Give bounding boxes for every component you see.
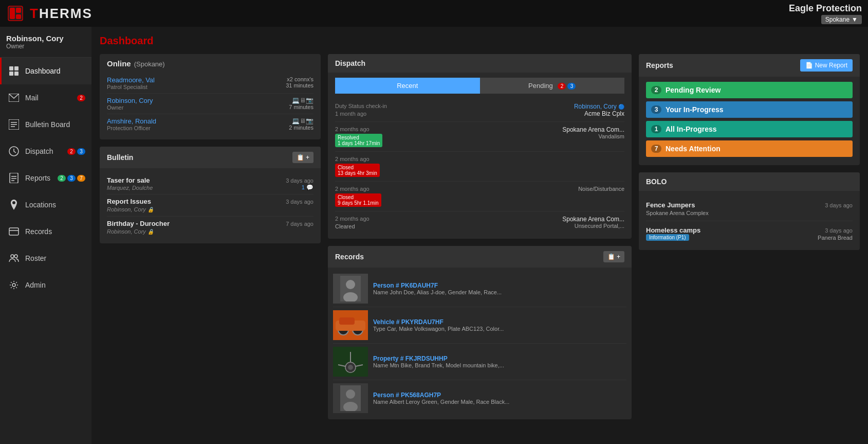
bolo-header: BOLO [639,172,860,191]
bolo-item-2-location: Panera Bread [818,235,853,241]
dispatch-tab-pending[interactable]: Pending 2 3 [480,78,625,94]
record-item-2[interactable]: Vehicle # PKYRDAU7HF Type Car, Make Volk… [333,307,626,344]
mail-badges: 2 [77,95,85,101]
record-item-3[interactable]: Property # FKJRDSUHHP Name Mtn Bike, Bra… [333,344,626,380]
reports-card: Reports 📄 New Report 2 Pending Review 3 [639,54,860,165]
record-item-1[interactable]: Person # PK6DAUH7F Name John Doe, Alias … [333,271,626,307]
bulletin-item-3-author: Robinson, Cory 🔒 [107,228,154,235]
sidebar-item-roster[interactable]: Roster [0,245,91,272]
report-item-needs-attention[interactable]: 7 Needs Attention [646,140,853,157]
content-area: Dashboard Online (Spokane) Readmoore, Va… [91,27,868,444]
bulletin-item-3[interactable]: Birthday - Durocher 7 days ago Robinson,… [107,217,313,238]
record-item-4-info: Person # PK568AGH7P Name Albert Leroy Gr… [373,383,509,413]
records-header: Records 📋 + [328,246,632,268]
logo: THERMS [6,4,93,23]
bulletin-item-3-title: Birthday - Durocher [107,220,170,227]
bulletin-item-1[interactable]: Taser for sale 3 days ago Marquez, Doulc… [107,173,313,194]
bulletin-item-1-meta: Taser for sale 3 days ago [107,176,313,184]
sidebar-item-dashboard[interactable]: Dashboard [0,58,91,84]
company-section: Eagle Protection Spokane ▼ [789,3,862,24]
dispatch-badge-red: 2 [67,148,76,155]
report-pending-review-label: Pending Review [666,86,721,94]
dispatch-item-4-type: Noise/Disturbance [578,186,624,192]
bulletin-item-2-time: 3 days ago [286,199,313,205]
sidebar-item-dispatch[interactable]: Dispatch 2 3 [0,138,91,165]
online-user-1-name[interactable]: Readmoore, Val [107,76,155,84]
bolo-item-1[interactable]: Fence Jumpers 3 days ago Spokane Arena C… [646,196,853,221]
dispatch-item-1-location: Acme Biz Cplx [574,110,624,117]
sidebar-item-locations[interactable]: Locations [0,191,91,218]
svg-rect-19 [9,228,19,235]
bulletin-add-button[interactable]: 📋 + [292,152,313,163]
sidebar-item-bulletin[interactable]: Bulletin Board [0,111,91,138]
online-user-1-right: x2 connx's 31 minutes [286,76,313,88]
record-item-4[interactable]: Person # PK568AGH7P Name Albert Leroy Gr… [333,380,626,416]
svg-point-21 [11,255,14,258]
dispatch-item-5[interactable]: 2 months ago Cleared Spokane Arena Com..… [335,211,624,234]
report-item-pending-review[interactable]: 2 Pending Review [646,82,853,98]
dispatch-item-3[interactable]: 2 months ago Closed13 days 4hr 3min [335,152,624,182]
online-user-3-role: Protection Officer [107,125,156,131]
record-img-2 [333,310,368,340]
dispatch-item-4-right: Noise/Disturbance [578,186,624,192]
locations-label: Locations [25,201,56,209]
svg-point-34 [348,365,353,370]
online-user-1-time: 31 minutes [286,82,313,88]
mail-badge-count: 2 [77,95,85,101]
dispatch-item-1-right: Robinson, Cory 🔵 Acme Biz Cplx [574,103,624,117]
dispatch-item-4[interactable]: 2 months ago Closed9 days 5hr 1.1min Noi… [335,182,624,211]
records-icon [8,225,20,238]
online-user-3-right: 💻🖥📷 2 minutes [289,117,313,131]
reports-header: Reports 📄 New Report [639,54,860,77]
online-user-1-role: Patrol Specialist [107,84,155,90]
report-in-progress-badge: 3 [651,105,661,114]
dispatch-tab-recent[interactable]: Recent [335,78,480,94]
online-user-2-role: Owner [107,104,153,111]
location-text: Spokane [825,16,849,23]
bolo-item-1-location: Spokane Arena Complex [646,210,709,216]
online-user-3-name[interactable]: Amshire, Ronald [107,117,156,125]
bulletin-header: Bulletin 📋 + [100,147,321,168]
dispatch-item-2-location: Spokane Arena Com... [562,126,624,133]
records-add-button[interactable]: 📋 + [603,251,624,262]
online-location: (Spokane) [134,60,165,68]
dispatch-pending-badge-1: 2 [558,83,566,90]
record-item-2-info: Vehicle # PKYRDAU7HF Type Car, Make Volk… [373,310,504,340]
report-item-in-progress[interactable]: 3 Your In-Progress [646,101,853,118]
record-img-1 [333,274,368,304]
bolo-item-2[interactable]: Homeless camps 3 days ago Information (P… [646,221,853,245]
report-in-progress-label: Your In-Progress [666,105,724,114]
online-user-3-left: Amshire, Ronald Protection Officer [107,117,156,131]
sidebar-item-admin[interactable]: Admin [0,272,91,298]
report-all-in-progress-label: All In-Progress [666,125,717,133]
svg-point-22 [14,255,17,258]
online-user-2-name[interactable]: Robinson, Cory [107,97,153,104]
report-pending-review-badge: 2 [651,86,661,94]
dispatch-item-1-left: Duty Status check-in 1 month ago [335,103,387,117]
sidebar-item-reports[interactable]: Reports 2 3 7 [0,165,91,191]
top-bar: THERMS Eagle Protection Spokane ▼ [0,0,868,27]
report-item-all-in-progress[interactable]: 1 All In-Progress [646,121,853,137]
record-item-2-desc: Type Car, Make Volkswagon, Plate ABC123,… [373,326,504,332]
dispatch-tab-recent-label: Recent [397,82,418,90]
bulletin-item-1-comment: 1 💬 [302,184,313,191]
new-report-label: New Report [815,62,847,69]
bulletin-item-3-meta: Birthday - Durocher 7 days ago [107,220,313,227]
dispatch-item-1-label: Duty Status check-in [335,103,387,109]
dispatch-item-2[interactable]: 2 months ago Resolved1 days 14hr 17min S… [335,122,624,152]
records-body: Person # PK6DAUH7F Name John Doe, Alias … [328,268,632,419]
dispatch-title: Dispatch [335,59,365,67]
online-user-1-connx: x2 connx's [286,76,313,82]
bulletin-item-2[interactable]: Report Issues 3 days ago Robinson, Cory … [107,194,313,217]
reports-badge-orange: 7 [77,175,85,182]
sidebar-item-mail[interactable]: Mail 2 [0,84,91,111]
record-item-4-desc: Name Albert Leroy Green, Gender Male, Ra… [373,399,509,405]
reports-badge-green: 2 [58,175,66,182]
sidebar-item-records[interactable]: Records [0,218,91,245]
dispatch-item-1[interactable]: Duty Status check-in 1 month ago Robinso… [335,99,624,122]
location-badge[interactable]: Spokane ▼ [821,15,862,24]
new-report-button[interactable]: 📄 New Report [800,59,853,72]
dashboard-label: Dashboard [25,67,61,75]
admin-icon [8,279,20,291]
record-item-3-id: Property # FKJRDSUHHP [373,355,504,362]
